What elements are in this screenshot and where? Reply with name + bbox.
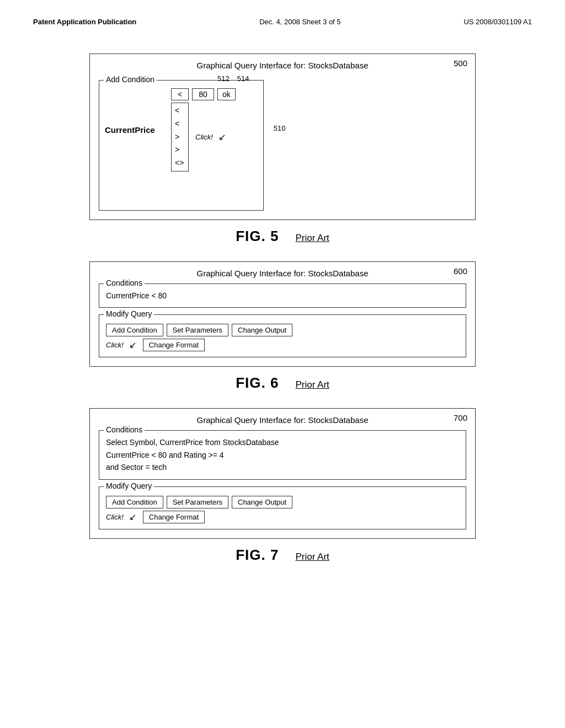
fig6-btn-row2: Click! ↙ Change Format <box>106 339 459 351</box>
fig7-change-format-button[interactable]: Change Format <box>143 511 205 523</box>
fig7-click-label: Click! <box>106 513 124 521</box>
fig6-caption: FIG. 6 Prior Art <box>33 374 532 392</box>
page: Patent Application Publication Dec. 4, 2… <box>0 0 565 728</box>
fig5-title: Graphical Query Interface for: StocksDat… <box>99 61 466 70</box>
fig7-box: 700 Graphical Query Interface for: Stock… <box>89 408 476 538</box>
fig7-change-output-button[interactable]: Change Output <box>232 496 292 508</box>
fig6-condition-text: CurrentPrice < 80 <box>106 290 459 302</box>
patent-number-label: US 2008/0301109 A1 <box>463 18 532 26</box>
fig5-click-label: Click! <box>195 133 213 141</box>
fig7-modify-label: Modify Query <box>104 481 154 490</box>
fig6-set-parameters-button[interactable]: Set Parameters <box>167 324 228 336</box>
fig5-box: 500 Graphical Query Interface for: Stock… <box>89 53 476 220</box>
publication-label: Patent Application Publication <box>33 18 136 26</box>
fig5-arrow: ↙ <box>218 132 226 142</box>
fig6-label: FIG. 6 <box>236 374 279 392</box>
fig7-conditions-label: Conditions <box>104 425 145 434</box>
fig6-add-condition-button[interactable]: Add Condition <box>106 324 163 336</box>
fig6-prior-art: Prior Art <box>295 379 329 390</box>
fig5-ref-number: 500 <box>454 58 467 68</box>
fig7-condition-line3: and Sector = tech <box>106 461 459 473</box>
fig5-dropdown[interactable]: < < > > <> <box>171 103 189 172</box>
fig5-current-price: CurrentPrice <box>105 125 166 135</box>
fig6-conditions-group: Conditions CurrentPrice < 80 <box>99 283 466 308</box>
fig6-change-output-button[interactable]: Change Output <box>232 324 292 336</box>
fig5-prior-art: Prior Art <box>295 233 329 244</box>
dropdown-item-ne[interactable]: <> <box>175 157 185 170</box>
fig7-caption: FIG. 7 Prior Art <box>33 547 532 564</box>
dropdown-item-gt1[interactable]: > <box>175 131 185 144</box>
fig7-set-parameters-button[interactable]: Set Parameters <box>167 496 228 508</box>
fig7-condition-line2: CurrentPrice < 80 and Rating >= 4 <box>106 449 459 461</box>
fig7-title: Graphical Query Interface for: StocksDat… <box>99 415 466 425</box>
fig6-section: 600 Graphical Query Interface for: Stock… <box>33 261 532 392</box>
fig6-arrow: ↙ <box>129 340 136 350</box>
fig7-conditions-group: Conditions Select Symbol, CurrentPrice f… <box>99 430 466 479</box>
fig7-add-condition-button[interactable]: Add Condition <box>106 496 163 508</box>
fig6-box: 600 Graphical Query Interface for: Stock… <box>89 261 476 367</box>
fig5-add-condition-label: Add Condition <box>104 75 157 84</box>
fig7-btn-row1: Add Condition Set Parameters Change Outp… <box>106 496 459 508</box>
dropdown-item-gt2[interactable]: > <box>175 143 185 157</box>
fig5-ok-button[interactable]: ok <box>217 88 236 100</box>
fig6-click-label: Click! <box>106 341 124 349</box>
fig6-change-format-button[interactable]: Change Format <box>143 339 205 351</box>
fig6-title: Graphical Query Interface for: StocksDat… <box>99 269 466 278</box>
fig5-label: FIG. 5 <box>236 228 279 245</box>
date-sheet-label: Dec. 4, 2008 Sheet 3 of 5 <box>259 18 340 26</box>
fig7-prior-art: Prior Art <box>295 552 329 563</box>
fig7-ref-number: 700 <box>454 413 467 422</box>
fig5-ref-510: 510 <box>274 124 286 132</box>
fig5-caption: FIG. 5 Prior Art <box>33 228 532 245</box>
fig7-label: FIG. 7 <box>236 547 279 564</box>
fig7-section: 700 Graphical Query Interface for: Stock… <box>33 408 532 563</box>
fig6-modify-label: Modify Query <box>104 309 154 318</box>
fig5-operator-display[interactable]: < <box>171 88 189 100</box>
fig7-conditions-content: Select Symbol, CurrentPrice from StocksD… <box>106 436 459 473</box>
fig7-btn-row2: Click! ↙ Change Format <box>106 511 459 523</box>
dropdown-item-lt1[interactable]: < <box>175 104 185 117</box>
fig7-arrow: ↙ <box>129 512 136 522</box>
fig7-modify-query: Modify Query Add Condition Set Parameter… <box>99 486 466 529</box>
fig5-section: 500 Graphical Query Interface for: Stock… <box>33 53 532 245</box>
fig6-conditions-label: Conditions <box>104 279 145 287</box>
fig6-modify-query: Modify Query Add Condition Set Parameter… <box>99 314 466 357</box>
fig6-btn-row1: Add Condition Set Parameters Change Outp… <box>106 324 459 336</box>
fig7-condition-line1: Select Symbol, CurrentPrice from StocksD… <box>106 436 459 448</box>
page-header: Patent Application Publication Dec. 4, 2… <box>33 11 532 37</box>
fig5-value-input[interactable]: 80 <box>192 88 214 100</box>
fig6-conditions-content: CurrentPrice < 80 <box>106 290 459 302</box>
dropdown-item-lt2[interactable]: < <box>175 117 185 131</box>
fig6-ref-number: 600 <box>454 266 467 276</box>
